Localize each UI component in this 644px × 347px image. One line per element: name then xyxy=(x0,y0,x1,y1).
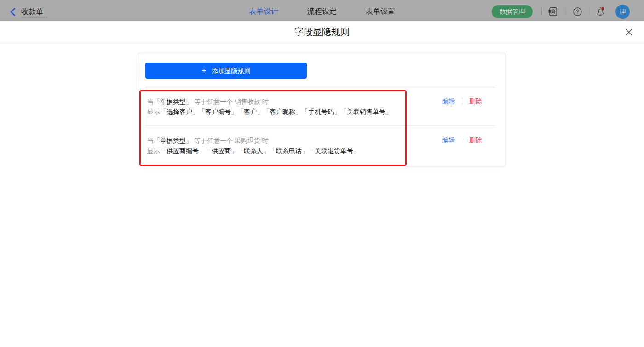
svg-text:?: ? xyxy=(576,9,579,14)
